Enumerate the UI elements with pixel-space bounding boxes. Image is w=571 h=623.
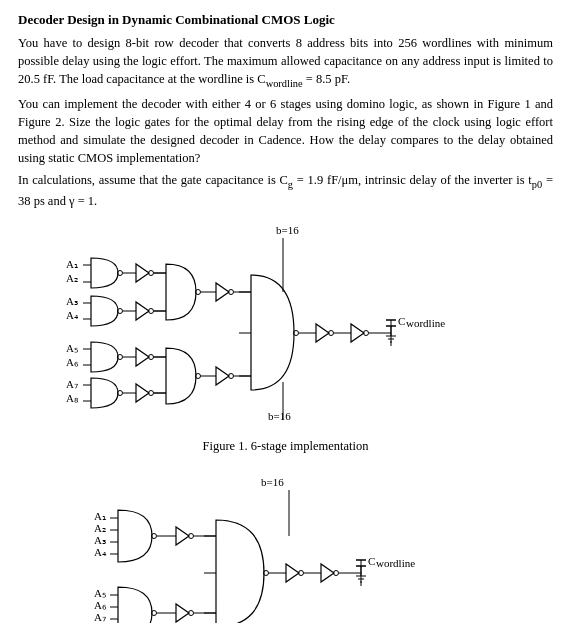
figure1-caption: Figure 1. 6-stage implementation (203, 439, 369, 454)
fig1-inv2 (136, 302, 149, 320)
figure2-container: b=16 A₁ A₂ A₃ A₄ A₅ A₆ A₇ A₈ (18, 472, 553, 623)
fig2-a3: A₃ (94, 534, 106, 546)
figure1-svg: b=16 A₁ A₂ A₃ A₄ A₅ A₆ A₇ A₈ (46, 220, 526, 435)
fig2-nand2 (118, 587, 152, 623)
fig1-nand4 (91, 378, 118, 408)
fig1-a8: A₈ (66, 392, 79, 404)
fig2-inv3 (286, 564, 299, 582)
fig2-a1: A₁ (94, 510, 106, 522)
fig2-inv2 (176, 604, 189, 622)
fig2-a2: A₂ (94, 522, 106, 534)
fig1-cwordline: C (398, 315, 405, 327)
fig2-a6: A₆ (94, 599, 107, 611)
page-title: Decoder Design in Dynamic Combinational … (18, 12, 553, 28)
fig1-nand5 (166, 264, 196, 320)
fig1-inv5 (216, 283, 229, 301)
fig1-a1: A₁ (66, 258, 78, 270)
fig1-b16-bot: b=16 (268, 410, 291, 422)
fig1-a3: A₃ (66, 295, 78, 307)
fig1-a5: A₅ (66, 342, 78, 354)
fig2-cwordline-sub: wordline (376, 557, 415, 569)
fig1-a6: A₆ (66, 356, 79, 368)
fig1-nand2 (91, 296, 118, 326)
fig2-nand3 (216, 520, 264, 623)
paragraph-2: You can implement the decoder with eithe… (18, 95, 553, 168)
fig1-nand7 (251, 275, 294, 390)
fig1-cwordline-sub: wordline (406, 317, 445, 329)
fig2-b16-top: b=16 (261, 476, 284, 488)
figure1-container: b=16 A₁ A₂ A₃ A₄ A₅ A₆ A₇ A₈ (18, 220, 553, 462)
fig2-a4: A₄ (94, 546, 107, 558)
paragraph-1: You have to design 8-bit row decoder tha… (18, 34, 553, 91)
fig1-inv1 (136, 264, 149, 282)
fig2-inv1 (176, 527, 189, 545)
fig1-inv8 (351, 324, 364, 342)
fig1-inv6 (216, 367, 229, 385)
fig2-inv4 (321, 564, 334, 582)
fig1-nand3 (91, 342, 118, 372)
figure2-svg: b=16 A₁ A₂ A₃ A₄ A₅ A₆ A₇ A₈ (76, 472, 496, 623)
paragraph-3: In calculations, assume that the gate ca… (18, 171, 553, 210)
fig1-inv3 (136, 348, 149, 366)
fig1-nand6 (166, 348, 196, 404)
fig1-nand1 (91, 258, 118, 288)
fig2-nand1 (118, 510, 152, 562)
fig2-a7: A₇ (94, 611, 106, 623)
fig1-a7: A₇ (66, 378, 78, 390)
fig1-a2: A₂ (66, 272, 78, 284)
fig1-b16-top: b=16 (276, 224, 299, 236)
fig1-a4: A₄ (66, 309, 79, 321)
fig1-inv7 (316, 324, 329, 342)
fig2-cwordline: C (368, 555, 375, 567)
fig2-a5: A₅ (94, 587, 106, 599)
fig1-inv4 (136, 384, 149, 402)
